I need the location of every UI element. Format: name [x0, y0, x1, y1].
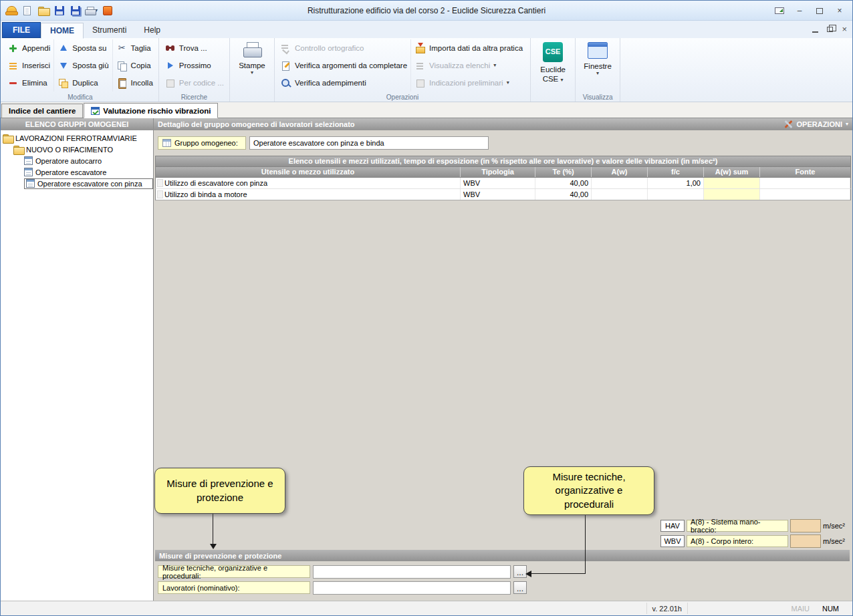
tab-indice-del-cantiere[interactable]: Indice del cantiere: [1, 104, 83, 118]
save-button[interactable]: [52, 3, 66, 17]
printer-icon: [242, 42, 262, 58]
wbv-unit: m/sec²: [823, 537, 848, 545]
tab-valutazione-rischio-vibrazioni[interactable]: Valutazione rischio vibrazioni: [84, 103, 218, 118]
column-tipologia: Tipologia: [461, 167, 535, 177]
group-label-visualizza: Visualizza: [576, 94, 620, 101]
column-aw: A(w): [592, 167, 648, 177]
omnia-button[interactable]: [100, 3, 114, 17]
indicazioni-preliminari-button: Indicazioni preliminari▾: [412, 75, 527, 91]
tree-node-operatore-autocarro[interactable]: Operatore autocarro: [3, 155, 153, 166]
mdi-close-icon[interactable]: ×: [842, 25, 847, 34]
open-folder-icon: [38, 7, 49, 15]
tree-node-operatore-escavatore[interactable]: Operatore escavatore: [3, 166, 153, 178]
verifica-adempimenti-button[interactable]: Verifica adempimenti: [278, 75, 409, 91]
tree-node-operatore-escavatore-con-pinza[interactable]: Operatore escavatore con pinza: [3, 178, 153, 189]
vibration-fields: HAV A(8) - Sistema mano-braccio: m/sec² …: [660, 520, 848, 547]
utensili-table: Elenco utensili e mezzi utilizzati, temp…: [155, 156, 851, 200]
chevron-down-icon: ▾: [561, 77, 564, 83]
misure-tecniche-input[interactable]: [313, 565, 511, 579]
spellcheck-icon: [280, 43, 291, 53]
misure-section: Misure di prevenzione e protezione Misur…: [155, 550, 850, 594]
mdi-restore-icon[interactable]: [827, 27, 833, 32]
sposta-su-button[interactable]: Sposta su: [55, 40, 110, 56]
group-ricerche: Trova ... Prossimo Per codice ... Ricerc…: [159, 38, 230, 102]
taglia-button[interactable]: ✂Taglia: [114, 40, 155, 56]
duplica-button[interactable]: Duplica: [55, 75, 110, 91]
close-button[interactable]: ×: [830, 4, 850, 18]
tab-home[interactable]: HOME: [41, 23, 84, 39]
app-menu-button[interactable]: [4, 3, 18, 17]
trova-button[interactable]: Trova ...: [162, 40, 226, 56]
new-document-button[interactable]: [20, 3, 34, 17]
document-window-icon: [91, 107, 100, 115]
callout-arrow-line: [531, 573, 586, 574]
minimize-button[interactable]: –: [789, 4, 810, 18]
fullscreen-button[interactable]: [769, 4, 789, 18]
sposta-giu-button[interactable]: Sposta giù: [55, 57, 110, 73]
per-codice-button: Per codice ...: [162, 75, 226, 91]
omnia-icon: [103, 6, 112, 15]
print-button[interactable]: ▾: [84, 3, 98, 17]
chevron-down-icon: ▾: [251, 70, 253, 75]
gray-box-icon: [414, 78, 426, 88]
stampe-button[interactable]: Stampe ▾: [232, 39, 272, 92]
callout-misure-tecniche: Misure tecniche, organizzative e procedu…: [523, 466, 654, 515]
column-fc: f/c: [648, 167, 704, 177]
arrow-left-head: [525, 571, 531, 577]
table-row[interactable]: Utilizzo di escavatore con pinza WBV 40,…: [155, 178, 851, 189]
column-utensile: Utensile o mezzo utilizzato: [156, 167, 461, 177]
window-title: Ristrutturazione edificio via del corso …: [148, 1, 705, 21]
tree-node-lavorazioni[interactable]: LAVORAZIONI FERROTRAMVIARIE: [3, 132, 153, 144]
detail-header-title: Dettaglio del gruppo omogeneo di lavorat…: [158, 120, 355, 128]
arrow-down-head: [210, 544, 217, 549]
operazioni-dropdown[interactable]: OPERAZIONI ▾: [783, 120, 848, 129]
selected-tree-node: Operatore escavatore con pinza: [24, 178, 153, 189]
callout-misure-prevenzione: Misure di prevenzione e protezione: [154, 468, 285, 514]
groups-tree: LAVORAZIONI FERROTRAMVIARIE NUOVO O RIFA…: [1, 130, 153, 601]
hav-value-input[interactable]: [790, 519, 821, 532]
prossimo-button[interactable]: Prossimo: [162, 57, 226, 73]
wbv-value-input[interactable]: [790, 534, 821, 548]
incolla-button[interactable]: Incolla: [114, 75, 155, 91]
controllo-ortografico-button: Controllo ortografico: [278, 40, 409, 56]
lavoratori-input[interactable]: [313, 581, 511, 595]
document-tabs: Indice del cantiere Valutazione rischio …: [1, 102, 852, 118]
minus-icon: [7, 78, 19, 88]
hav-badge: HAV: [660, 520, 685, 532]
table-header-row: Utensile o mezzo utilizzato Tipologia Te…: [155, 166, 851, 178]
gruppo-omogeneo-input[interactable]: [249, 136, 489, 150]
mdi-minimize-icon[interactable]: [812, 31, 818, 33]
save-all-button[interactable]: [68, 3, 82, 17]
group-modifica: Appendi Inserisci Elimina Sposta su Spos…: [2, 38, 159, 102]
group-visualizza: Finestre ▾ Visualizza: [576, 38, 620, 102]
tree-node-nuovo-o-rifacimento[interactable]: NUOVO O RIFACIMENTO: [3, 144, 153, 155]
importa-dati-button[interactable]: Importa dati da altra pratica: [412, 40, 527, 56]
app-window: ▾ Ristrutturazione edificio via del cors…: [0, 0, 853, 616]
appendi-button[interactable]: Appendi: [5, 40, 52, 56]
tab-help[interactable]: Help: [135, 23, 169, 38]
inserisci-button[interactable]: Inserisci: [5, 57, 52, 73]
print-icon: [85, 7, 95, 15]
fullscreen-icon: [775, 7, 784, 14]
tab-strumenti[interactable]: Strumenti: [84, 23, 135, 38]
mdi-window-controls: ×: [812, 25, 847, 34]
finestre-button[interactable]: Finestre ▾: [578, 39, 618, 92]
table-row[interactable]: Utilizzo di binda a motore WBV 40,00: [155, 189, 851, 200]
arrow-right-icon: [164, 60, 176, 71]
euclide-cse-button[interactable]: CSE Euclide CSE ▾: [533, 39, 573, 92]
wbv-row: WBV A(8) - Corpo intero: m/sec²: [660, 535, 848, 547]
maximize-button[interactable]: [810, 4, 830, 18]
lavoratori-ellipsis-button[interactable]: ...: [513, 581, 527, 594]
tools-icon: [783, 120, 794, 129]
misure-tecniche-ellipsis-button[interactable]: ...: [513, 565, 527, 578]
open-button[interactable]: [36, 3, 50, 17]
verifica-argomenti-button[interactable]: Verifica argomenti da completare: [278, 57, 409, 73]
table-title: Elenco utensili e mezzi utilizzati, temp…: [155, 156, 851, 166]
wbv-badge: WBV: [660, 535, 685, 547]
tab-file[interactable]: FILE: [2, 22, 41, 38]
copia-button[interactable]: Copia: [114, 57, 155, 73]
elimina-button[interactable]: Elimina: [5, 75, 52, 91]
sheet-icon: [24, 156, 33, 165]
misure-tecniche-row: Misure tecniche, organizzative e procedu…: [158, 565, 850, 578]
group-euclide-cse: CSE Euclide CSE ▾: [531, 38, 576, 102]
